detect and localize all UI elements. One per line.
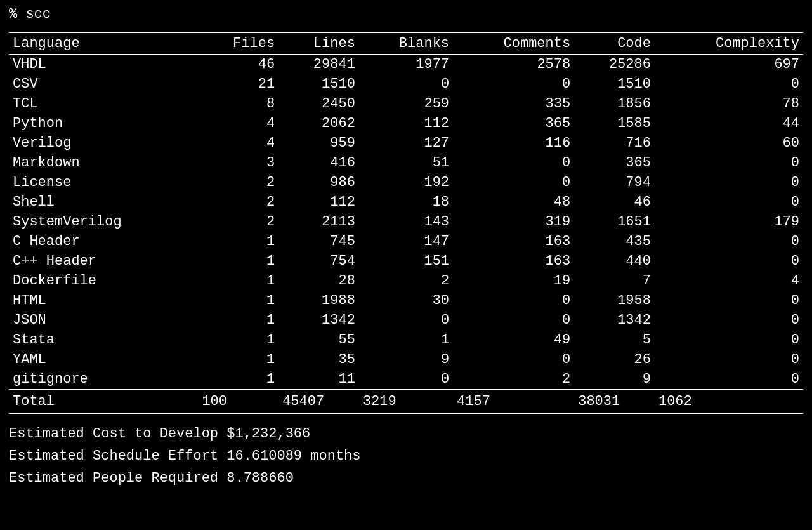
- cell-7-0: Shell: [9, 192, 198, 212]
- cell-1-0: CSV: [9, 74, 198, 94]
- cell-7-1: 2: [198, 192, 278, 212]
- cell-15-5: 26: [574, 350, 655, 369]
- total-files: 100: [198, 390, 278, 414]
- cell-14-1: 1: [198, 330, 278, 350]
- cell-3-2: 2062: [278, 114, 359, 133]
- cell-13-1: 1: [198, 310, 278, 330]
- cell-9-1: 1: [198, 232, 278, 251]
- cell-11-0: Dockerfile: [9, 271, 198, 291]
- cell-5-6: 0: [655, 153, 803, 173]
- cell-8-4: 319: [453, 212, 574, 232]
- cell-6-0: License: [9, 173, 198, 192]
- cell-4-3: 127: [359, 133, 453, 153]
- cell-11-6: 4: [655, 271, 803, 291]
- cell-7-4: 48: [453, 192, 574, 212]
- table-footer: Total 100 45407 3219 4157 38031 1062: [9, 390, 803, 414]
- cell-6-5: 794: [574, 173, 655, 192]
- cell-1-6: 0: [655, 74, 803, 94]
- cell-13-3: 0: [359, 310, 453, 330]
- cell-4-0: Verilog: [9, 133, 198, 153]
- cell-2-6: 78: [655, 94, 803, 114]
- table-row: CSV2115100015100: [9, 74, 803, 94]
- cell-0-1: 46: [198, 55, 278, 75]
- cell-13-4: 0: [453, 310, 574, 330]
- cell-13-2: 1342: [278, 310, 359, 330]
- estimated-cost: Estimated Cost to Develop $1,232,366: [9, 423, 803, 445]
- cell-16-0: gitignore: [9, 369, 198, 390]
- cell-5-0: Markdown: [9, 153, 198, 173]
- cell-3-3: 112: [359, 114, 453, 133]
- cell-11-3: 2: [359, 271, 453, 291]
- cell-7-6: 0: [655, 192, 803, 212]
- total-lines: 45407: [278, 390, 359, 414]
- cell-8-2: 2113: [278, 212, 359, 232]
- cell-2-0: TCL: [9, 94, 198, 114]
- cell-1-2: 1510: [278, 74, 359, 94]
- col-language: Language: [9, 33, 198, 55]
- cell-0-6: 697: [655, 55, 803, 75]
- cell-13-0: JSON: [9, 310, 198, 330]
- cell-7-3: 18: [359, 192, 453, 212]
- cell-1-4: 0: [453, 74, 574, 94]
- estimated-people: Estimated People Required 8.788660: [9, 467, 803, 489]
- cell-4-6: 60: [655, 133, 803, 153]
- cell-15-3: 9: [359, 350, 453, 369]
- cell-12-1: 1: [198, 291, 278, 310]
- cell-10-2: 754: [278, 251, 359, 271]
- col-blanks: Blanks: [359, 33, 453, 55]
- cell-15-6: 0: [655, 350, 803, 369]
- cell-9-0: C Header: [9, 232, 198, 251]
- cell-14-5: 5: [574, 330, 655, 350]
- cell-13-6: 0: [655, 310, 803, 330]
- cell-5-1: 3: [198, 153, 278, 173]
- estimated-schedule: Estimated Schedule Effort 16.610089 mont…: [9, 445, 803, 467]
- cell-8-1: 2: [198, 212, 278, 232]
- cell-6-4: 0: [453, 173, 574, 192]
- cell-15-4: 0: [453, 350, 574, 369]
- table-row: SystemVerilog221131433191651179: [9, 212, 803, 232]
- cell-8-3: 143: [359, 212, 453, 232]
- cell-10-4: 163: [453, 251, 574, 271]
- cell-9-6: 0: [655, 232, 803, 251]
- total-complexity: 1062: [655, 390, 803, 414]
- cell-10-5: 440: [574, 251, 655, 271]
- cell-12-0: HTML: [9, 291, 198, 310]
- cell-3-5: 1585: [574, 114, 655, 133]
- cell-0-3: 1977: [359, 55, 453, 75]
- cell-16-4: 2: [453, 369, 574, 390]
- table-row: YAML13590260: [9, 350, 803, 369]
- total-comments: 4157: [453, 390, 574, 414]
- cell-1-5: 1510: [574, 74, 655, 94]
- cell-2-1: 8: [198, 94, 278, 114]
- cell-4-2: 959: [278, 133, 359, 153]
- cell-12-3: 30: [359, 291, 453, 310]
- footer: Estimated Cost to Develop $1,232,366 Est…: [9, 423, 803, 490]
- cell-16-1: 1: [198, 369, 278, 390]
- cell-2-3: 259: [359, 94, 453, 114]
- cell-11-5: 7: [574, 271, 655, 291]
- cell-12-6: 0: [655, 291, 803, 310]
- cell-2-2: 2450: [278, 94, 359, 114]
- table-body: VHDL46298411977257825286697CSV2115100015…: [9, 55, 803, 390]
- cell-6-6: 0: [655, 173, 803, 192]
- cell-12-4: 0: [453, 291, 574, 310]
- cell-7-2: 112: [278, 192, 359, 212]
- col-code: Code: [574, 33, 655, 55]
- cell-16-5: 9: [574, 369, 655, 390]
- cell-9-3: 147: [359, 232, 453, 251]
- table-row: Markdown34165103650: [9, 153, 803, 173]
- cell-6-2: 986: [278, 173, 359, 192]
- cell-8-6: 179: [655, 212, 803, 232]
- table-row: C++ Header17541511634400: [9, 251, 803, 271]
- cell-7-5: 46: [574, 192, 655, 212]
- cell-15-1: 1: [198, 350, 278, 369]
- table-row: Verilog495912711671660: [9, 133, 803, 153]
- cell-5-3: 51: [359, 153, 453, 173]
- cell-9-4: 163: [453, 232, 574, 251]
- table-row: VHDL46298411977257825286697: [9, 55, 803, 75]
- cell-14-4: 49: [453, 330, 574, 350]
- cell-11-4: 19: [453, 271, 574, 291]
- total-blanks: 3219: [359, 390, 453, 414]
- col-lines: Lines: [278, 33, 359, 55]
- cell-11-1: 1: [198, 271, 278, 291]
